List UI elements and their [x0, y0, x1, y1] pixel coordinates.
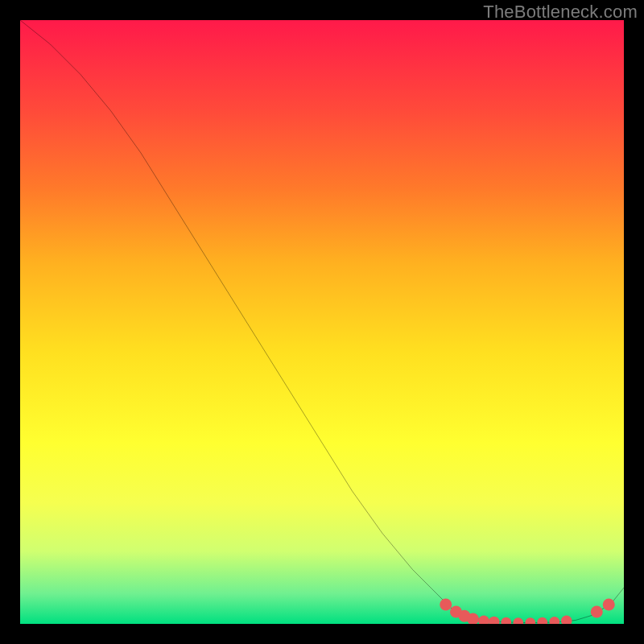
chart-svg [20, 20, 624, 624]
curve-marker [561, 616, 572, 625]
curve-marker [591, 606, 603, 618]
curve-marker [501, 617, 511, 624]
curve-marker [603, 599, 615, 611]
curve-line [20, 20, 624, 623]
curve-marker [440, 599, 452, 611]
curve-marker [459, 610, 471, 622]
curve-marker [467, 613, 479, 625]
curve-marker [478, 616, 489, 625]
curve-marker [525, 617, 535, 624]
curve-marker [489, 617, 500, 624]
curve-markers [440, 599, 615, 625]
attribution-text: TheBottleneck.com [483, 2, 638, 23]
curve-marker [549, 617, 559, 624]
chart-plot-area [20, 20, 624, 624]
chart-stage: TheBottleneck.com [0, 0, 644, 644]
curve-marker [513, 617, 523, 624]
curve-marker [537, 617, 547, 624]
curve-marker [450, 606, 462, 618]
